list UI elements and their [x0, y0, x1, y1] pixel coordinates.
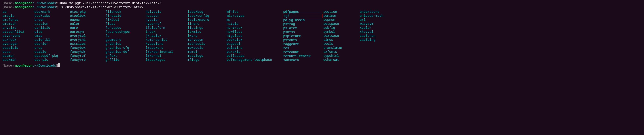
ls-item: pdfmanagement-testphase — [226, 58, 283, 62]
ls-item: grfext — [105, 54, 145, 58]
prompt-base-1: (base) — [2, 1, 14, 5]
ls-item: firstaid — [105, 14, 145, 18]
ls-item: fix2col — [105, 18, 145, 22]
ls-col-6: mfnfss microtype ms natbib ncntrsbk newf… — [226, 10, 283, 62]
ls-item: microtype — [226, 14, 283, 18]
ls-item: colortbl — [34, 38, 70, 42]
ls-item: mflogo — [187, 58, 226, 62]
ls-item: pslatex — [283, 26, 323, 30]
ls-item: graphics-cfg — [105, 46, 145, 50]
ls-item: helvetic — [145, 10, 187, 14]
ls-item: geometry — [105, 38, 145, 42]
ls-item: hycolor — [145, 18, 187, 22]
ls-item: koma-script — [145, 38, 187, 42]
ls-item: xcolor — [359, 26, 396, 30]
ls-item: euro — [70, 26, 105, 30]
ls-item: oberdiek — [226, 38, 283, 42]
ls-item: latexbug — [187, 10, 226, 14]
ls-item: listings — [187, 26, 226, 30]
ls-item: fancybox — [70, 46, 105, 50]
ls-item: hopatch — [145, 14, 187, 18]
ls-item: etex-pkg — [70, 10, 105, 14]
ls-item: parskip — [226, 50, 283, 54]
prompt-dollar-2: $ — [56, 5, 58, 9]
ls-item: psnfss — [283, 30, 323, 34]
ls-item: underscore — [359, 10, 396, 14]
ls-item: auxhook — [2, 38, 34, 42]
ls-item: unicode-math — [359, 14, 396, 18]
ls-item: ucharcat — [323, 58, 359, 62]
ls-item: fontspec — [105, 26, 145, 30]
last-prompt-user: moon@moon — [15, 64, 32, 67]
prompt-dollar-1: $ — [56, 1, 58, 5]
ls-item: l3packages — [145, 58, 187, 62]
ls-item: zapfding — [359, 38, 396, 42]
ls-item: tools — [323, 42, 359, 46]
ls-item: rcs — [283, 46, 323, 50]
ls-col-9: underscore unicode-math url wasysym xcol… — [359, 10, 396, 62]
ls-item: graphics-def — [105, 50, 145, 54]
ls-item: footnotehyper — [105, 30, 145, 34]
ls-item: kvoptions — [145, 42, 187, 46]
ls-item: booktabs — [34, 14, 70, 18]
ls-item: amsfonts — [2, 18, 34, 22]
ls-col-2: etex-pkg etoolbox euenc euler euro euros… — [70, 10, 105, 62]
ls-item: pxfonts — [283, 38, 323, 42]
ls-item: euler — [70, 22, 105, 26]
ls-item-graphics: graphics — [105, 42, 145, 46]
ls-item: textcase — [323, 34, 359, 38]
ls-item: euenc — [70, 18, 105, 22]
ls-item: l3kernel — [145, 54, 187, 58]
ls-item: amscls — [2, 14, 34, 18]
ls-item: pdfpages — [283, 10, 323, 14]
ls-item: typehtml — [323, 54, 359, 58]
ls-item-pgf: pgf — [283, 14, 323, 18]
ls-item: natbib — [226, 22, 283, 26]
ls-item-beamer: beamer — [2, 54, 34, 58]
ls-output: ae amscls amsfonts amsmath anysize attac… — [2, 10, 642, 62]
ls-item: eurosym — [70, 30, 105, 34]
ls-item: everysel — [70, 34, 105, 38]
ls-item: fp — [105, 34, 145, 38]
ls-item: metalogo — [187, 54, 226, 58]
last-command-line: (base) moon@moon :~/Downloads $ — [2, 63, 642, 67]
ls-item: mdwtools — [187, 46, 226, 50]
ls-item: jknapltx — [145, 34, 187, 38]
ls-item: lineno — [187, 22, 226, 26]
prompt-user-1: moon@moon — [15, 1, 32, 5]
ls-item: fancyref — [70, 54, 105, 58]
cmd-text-2: ls /usr/share/texlive/texmf-dist/tex/lat… — [59, 5, 144, 9]
ls-col-4: helvetic hopatch hycolor hyperref ifplat… — [145, 10, 187, 62]
ls-item: url — [359, 18, 396, 22]
ls-item: polyglossia — [283, 18, 323, 22]
ls-item: refcount — [283, 50, 323, 54]
ls-item: epstopdf-pkg — [34, 54, 70, 58]
ls-item: l3experimental — [145, 50, 187, 54]
ls-col-3: filehook firstaid fix2col float fontspec… — [105, 10, 145, 62]
ls-item: palatino — [226, 46, 283, 50]
ls-item: attachfile2 — [2, 30, 34, 34]
ls-item: mathtools — [187, 42, 226, 46]
ls-item: ms — [226, 18, 283, 22]
ls-item: cmap — [34, 34, 70, 38]
ls-item: newfloat — [226, 30, 283, 34]
ls-item: fancyhdr — [70, 50, 105, 54]
ls-item: pdflscape — [226, 54, 283, 58]
ls-item: etoolbox — [70, 14, 105, 18]
last-prompt-path: :~/Downloads — [32, 64, 56, 67]
ls-item: zapfchan — [359, 34, 396, 38]
ls-item: bookmark — [34, 10, 70, 14]
ls-col-1: bookmark booktabs breqn caption carlisle… — [34, 10, 70, 62]
prompt-user-2: moon@moon — [15, 5, 32, 9]
last-prompt-dollar: $ — [56, 64, 58, 67]
ls-item: ae — [2, 10, 34, 14]
ls-item: eso-pic — [34, 58, 70, 62]
ls-item: lwarp — [187, 34, 226, 38]
ls-item: marvosym — [187, 38, 226, 42]
ls-item: float — [105, 22, 145, 26]
ls-item: breqn — [34, 18, 70, 22]
ls-item: sansmath — [283, 58, 323, 62]
ls-item: ifplatform — [145, 26, 187, 30]
command-line-2: (base) moon@moon :~/Downloads $ ls /usr/… — [2, 5, 642, 9]
ls-item: base — [2, 50, 34, 54]
